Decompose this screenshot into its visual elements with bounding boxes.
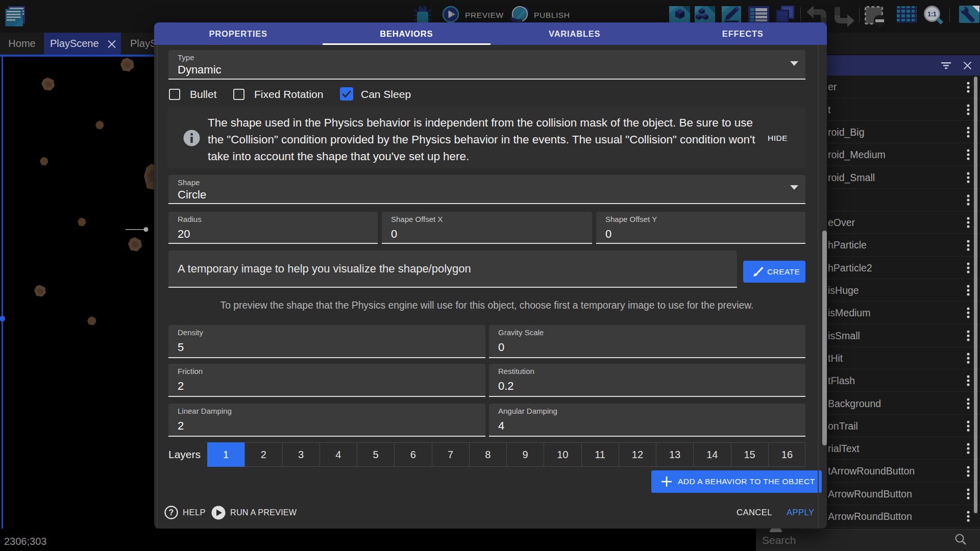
svg-text:?: ? (169, 508, 174, 517)
svg-text:1:1: 1:1 (927, 11, 937, 18)
